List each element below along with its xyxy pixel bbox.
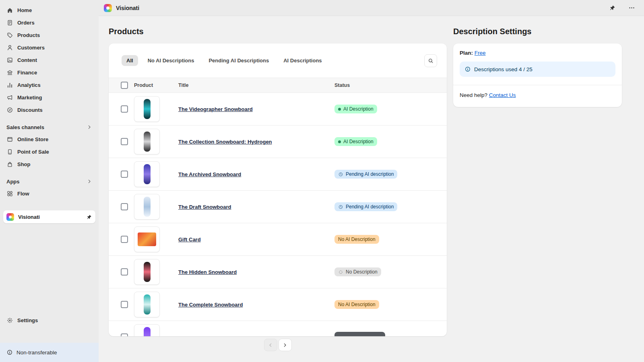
sidebar-item-settings[interactable]: Settings xyxy=(3,314,95,327)
sidebar-item-visionati[interactable]: Visionati xyxy=(3,210,95,223)
sidebar-item-marketing[interactable]: Marketing xyxy=(3,91,95,104)
chevron-right-icon xyxy=(87,179,92,184)
finance-icon xyxy=(6,69,13,76)
product-thumbnail xyxy=(134,292,160,317)
sidebar-item-point-of-sale[interactable]: Point of Sale xyxy=(3,146,95,158)
product-title-link[interactable]: The Videographer Snowboard xyxy=(178,106,253,112)
status-dot-icon xyxy=(338,140,341,143)
row-checkbox[interactable] xyxy=(121,105,128,113)
tab-ai-descriptions[interactable]: AI Descriptions xyxy=(279,55,326,66)
pagination-next-button[interactable] xyxy=(279,339,292,351)
column-header-title: Title xyxy=(178,82,334,88)
status-cell: Pending AI description xyxy=(334,170,447,179)
table-row: The Collection Snowboard: HydrogenAI Des… xyxy=(109,125,447,158)
product-thumbnail xyxy=(134,129,160,154)
pagination-prev-button[interactable] xyxy=(264,339,277,351)
product-title-link[interactable]: The Draft Snowboard xyxy=(178,204,231,210)
status-text: AI Description xyxy=(343,139,374,144)
product-thumbnail xyxy=(134,96,160,122)
sidebar-item-products[interactable]: Products xyxy=(3,29,95,41)
info-icon xyxy=(6,349,13,356)
table-row: The Hidden SnowboardNo Description xyxy=(109,256,447,288)
help-text: Need help? xyxy=(460,92,487,98)
sidebar-item-orders[interactable]: Orders xyxy=(3,16,95,29)
topbar: Visionati xyxy=(99,0,644,16)
pin-app-button[interactable] xyxy=(608,4,617,12)
sidebar-item-analytics[interactable]: Analytics xyxy=(3,79,95,91)
more-actions-button[interactable] xyxy=(627,4,636,12)
row-checkbox[interactable] xyxy=(121,236,128,243)
sidebar-item-label: Online Store xyxy=(17,136,48,142)
section-header-sales-channels[interactable]: Sales channels xyxy=(6,122,92,132)
section-header-apps[interactable]: Apps xyxy=(6,176,92,187)
table-row: The Draft SnowboardPending AI descriptio… xyxy=(109,191,447,223)
sidebar-item-content[interactable]: Content xyxy=(3,54,95,66)
table-row: Gift CardNo AI Description xyxy=(109,223,447,256)
row-checkbox[interactable] xyxy=(121,138,128,145)
sidebar-item-online-store[interactable]: Online Store xyxy=(3,133,95,146)
sidebar-item-finance[interactable]: Finance xyxy=(3,66,95,79)
shop-icon xyxy=(6,161,13,168)
row-checkbox[interactable] xyxy=(121,203,128,210)
table-row: The Archived SnowboardPending AI descrip… xyxy=(109,158,447,191)
product-image xyxy=(144,262,151,282)
table-row: The Videographer SnowboardAI Description xyxy=(109,93,447,125)
sidebar-item-home[interactable]: Home xyxy=(3,4,95,16)
header-checkbox-cell xyxy=(109,82,134,89)
chevron-right-icon xyxy=(282,342,288,348)
sidebar-item-flow[interactable]: Flow xyxy=(3,187,95,200)
tab-pending-ai-descriptions[interactable]: Pending AI Descriptions xyxy=(204,55,274,66)
pin-icon xyxy=(609,4,616,11)
product-image xyxy=(144,327,151,336)
pin-icon[interactable] xyxy=(86,214,92,220)
sidebar-item-customers[interactable]: Customers xyxy=(3,41,95,54)
product-thumbnail xyxy=(134,226,160,252)
row-checkbox-cell xyxy=(109,138,134,145)
search-button[interactable] xyxy=(424,54,437,67)
product-image xyxy=(144,294,151,315)
row-checkbox-cell xyxy=(109,236,134,243)
product-title-link[interactable]: Gift Card xyxy=(178,237,201,243)
sidebar-item-discounts[interactable]: Discounts xyxy=(3,104,95,116)
marketing-icon xyxy=(6,94,13,101)
tab-no-ai-descriptions[interactable]: No AI Descriptions xyxy=(143,55,199,66)
status-cell: AI Description xyxy=(334,137,447,146)
product-title-link[interactable]: The Archived Snowboard xyxy=(178,171,241,177)
title-cell: The Hidden Snowboard xyxy=(178,268,334,276)
product-title-link[interactable]: The Collection Snowboard: Hydrogen xyxy=(178,139,272,145)
status-cell: AI Description xyxy=(334,105,447,113)
table-row: The Complete SnowboardNo AI Description xyxy=(109,288,447,321)
row-checkbox[interactable] xyxy=(121,333,128,336)
table-body: The Videographer SnowboardAI Description… xyxy=(109,93,447,336)
select-all-checkbox[interactable] xyxy=(121,82,128,89)
products-column: Products AllNo AI DescriptionsPending AI… xyxy=(109,27,447,362)
row-checkbox[interactable] xyxy=(121,301,128,308)
non-transferable-banner: Non-transferable xyxy=(0,343,99,362)
status-text: No Description xyxy=(346,269,378,275)
title-cell: The Archived Snowboard xyxy=(178,171,334,178)
row-checkbox[interactable] xyxy=(121,171,128,178)
status-text: No AI Description xyxy=(338,237,376,242)
topbar-actions xyxy=(608,4,636,12)
row-checkbox[interactable] xyxy=(121,268,128,276)
sidebar-item-label: Orders xyxy=(17,20,35,26)
plan-free-link[interactable]: Free xyxy=(475,50,486,56)
product-thumbnail xyxy=(134,194,160,220)
search-icon xyxy=(427,58,434,64)
clock-icon xyxy=(338,204,343,210)
title-cell: The Complete Snowboard xyxy=(178,301,334,308)
tab-all[interactable]: All xyxy=(122,55,138,66)
product-title-link[interactable]: The Complete Snowboard xyxy=(178,302,243,308)
contact-us-link[interactable]: Contact Us xyxy=(489,92,516,98)
sidebar-item-shop[interactable]: Shop xyxy=(3,158,95,171)
product-cell xyxy=(134,226,178,252)
status-dot-icon xyxy=(338,108,341,111)
topbar-app-identity: Visionati xyxy=(104,4,139,12)
product-title-link[interactable]: The Hidden Snowboard xyxy=(178,269,237,275)
chevron-left-icon xyxy=(268,342,273,348)
sidebar-item-label: Marketing xyxy=(17,95,42,101)
title-cell: The Videographer Snowboard xyxy=(178,105,334,113)
status-text: Pending AI description xyxy=(346,204,394,210)
usage-banner: Descriptions used 4 / 25 xyxy=(460,62,615,77)
product-cell xyxy=(134,292,178,317)
